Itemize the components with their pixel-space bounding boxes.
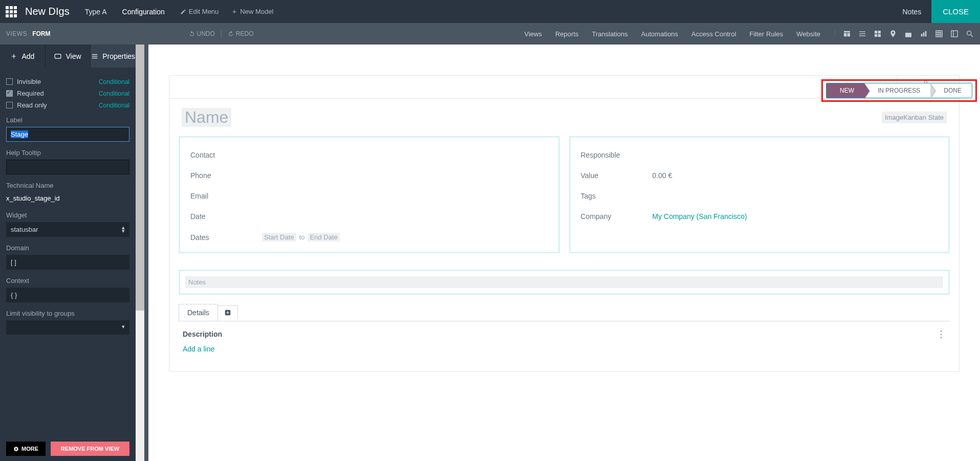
invisible-label: Invisible [17,78,41,85]
more-label: MORE [21,446,38,452]
tab-properties[interactable]: Properties [91,45,136,68]
calendar-view-icon[interactable] [904,30,912,38]
context-input[interactable]: { } [6,288,129,302]
search-view-icon[interactable] [966,30,974,38]
submenu-website[interactable]: Website [796,30,820,38]
svg-rect-6 [875,31,877,33]
invisible-checkbox[interactable] [6,78,13,85]
tab-properties-label: Properties [102,52,135,60]
new-model-action[interactable]: New Model [231,8,273,15]
technical-name-label: Technical Name [6,182,129,189]
image-kanban-placeholder[interactable]: ImageKanban State [882,112,947,123]
sub-header: VIEWS FORM UNDO REDO Views Reports Trans… [0,23,980,45]
statusbar-highlight: NEW IN PROGRESS DONE [821,79,977,102]
apps-icon[interactable] [5,6,17,18]
pivot-view-icon[interactable] [935,30,943,38]
start-date-placeholder[interactable]: Start Date [262,233,296,242]
left-column: Contact Phone Email Date Dates Start Dat… [179,136,560,253]
widget-select[interactable]: statusbar ▴▾ [6,222,129,237]
svg-rect-9 [878,34,881,37]
label-input[interactable]: Stage [6,127,129,142]
required-label: Required [17,90,44,97]
new-model-label: New Model [240,8,273,15]
undo-button[interactable]: UNDO [189,30,215,37]
svg-point-22 [967,31,971,35]
svg-rect-5 [859,35,865,36]
submenu-automations[interactable]: Automations [641,30,678,38]
label-field-label: Label [6,116,129,124]
stage-done[interactable]: DONE [930,83,972,98]
add-line-link[interactable]: Add a line [183,342,946,356]
help-tooltip-label: Help Tooltip [6,149,129,157]
svg-rect-14 [925,31,927,37]
stage-new[interactable]: NEW [826,83,864,98]
readonly-label: Read only [17,101,47,109]
menu-configuration[interactable]: Configuration [122,8,165,16]
domain-input[interactable]: [ ] [6,255,129,270]
edit-menu-action[interactable]: Edit Menu [180,8,219,15]
svg-rect-26 [92,56,98,56]
submenu-filter-rules[interactable]: Filter Rules [750,30,783,38]
end-date-placeholder[interactable]: End Date [308,233,339,242]
svg-rect-15 [936,31,942,37]
company-link[interactable]: My Company (San Francisco) [652,212,747,221]
name-placeholder[interactable]: Name [182,108,231,127]
form-view-label[interactable]: FORM [32,30,50,37]
form-view-icon[interactable] [843,30,851,38]
submenu-access-control[interactable]: Access Control [691,30,736,38]
remove-from-view-button[interactable]: REMOVE FROM VIEW [51,442,129,456]
activity-view-icon[interactable] [950,30,959,38]
svg-line-23 [971,35,973,37]
list-view-icon[interactable] [858,30,866,38]
required-conditional[interactable]: Conditional [99,90,129,97]
tab-add-button[interactable] [218,305,238,319]
svg-rect-12 [921,34,923,36]
notes-link[interactable]: Notes [892,8,932,16]
description-menu-icon[interactable]: ⋮ [937,330,946,339]
dates-field-label: Dates [190,233,262,242]
redo-label: REDO [236,30,254,37]
readonly-conditional[interactable]: Conditional [99,102,129,109]
close-button[interactable]: CLOSE [931,0,980,23]
description-header: Description [183,330,222,338]
readonly-checkbox[interactable] [6,102,13,108]
statusbar[interactable]: NEW IN PROGRESS DONE [826,83,972,98]
contact-field-label: Contact [190,151,262,159]
menu-type-a[interactable]: Type A [85,8,107,16]
submenu-translations[interactable]: Translations [592,30,628,38]
map-view-icon[interactable] [889,30,897,38]
svg-rect-1 [844,33,846,37]
tab-add[interactable]: Add [0,45,46,68]
help-tooltip-input[interactable] [6,160,129,174]
limit-visibility-label: Limit visibility to groups [6,310,129,317]
more-button[interactable]: MORE [6,442,46,456]
edit-menu-label: Edit Menu [189,8,219,15]
graph-view-icon[interactable] [920,30,928,38]
submenu-views[interactable]: Views [525,30,542,38]
responsible-field-label: Responsible [581,151,652,159]
svg-rect-4 [859,33,865,34]
svg-rect-7 [878,31,881,33]
context-label: Context [6,277,129,284]
tags-field-label: Tags [581,192,652,200]
tab-view[interactable]: View [46,45,91,68]
redo-button[interactable]: REDO [228,30,254,37]
svg-rect-27 [92,57,98,58]
svg-rect-13 [923,32,925,36]
required-checkbox[interactable] [6,90,13,97]
tab-details[interactable]: Details [179,304,218,321]
sidebar-scrollbar[interactable] [136,45,144,461]
date-field-label: Date [190,212,262,221]
technical-name-value: x_studio_stage_id [6,192,129,204]
notes-block: Notes [179,270,950,295]
widget-value: statusbar [11,226,38,233]
notes-placeholder[interactable]: Notes [185,276,943,288]
svg-rect-2 [847,33,850,37]
svg-rect-24 [55,54,61,58]
kanban-view-icon[interactable] [874,30,882,38]
limit-visibility-select[interactable]: ▾ [6,320,129,335]
canvas: NEW IN PROGRESS DONE 0 Contact [144,45,980,461]
submenu-reports[interactable]: Reports [555,30,579,38]
stage-in-progress[interactable]: IN PROGRESS [864,83,930,98]
invisible-conditional[interactable]: Conditional [99,78,129,85]
